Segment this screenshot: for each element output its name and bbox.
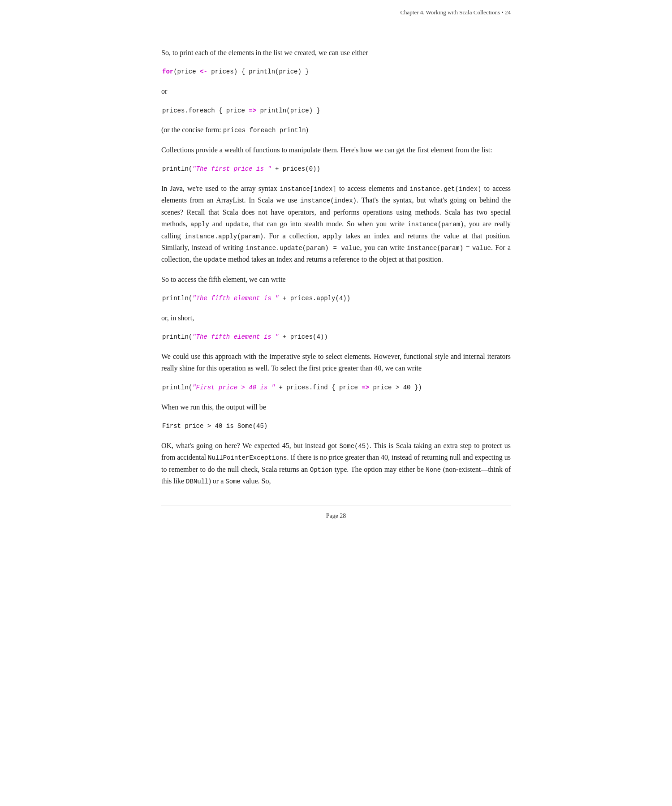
instance-paren: instance(index): [300, 197, 357, 204]
foreach-rest: println(price) }: [256, 107, 320, 114]
println-fifth-apply-string: "The fifth element is ": [192, 295, 279, 302]
println-first-suffix: + prices(0)): [271, 165, 320, 172]
println-find-string: "First price > 40 is ": [192, 384, 275, 391]
for-keyword: for: [162, 68, 173, 75]
output-find-text: First price > 40 is Some(45): [162, 422, 267, 430]
java-rest6-text: , you can write: [360, 244, 407, 251]
chapter-header: Chapter 4. Working with Scala Collection…: [400, 9, 511, 16]
page-container: Chapter 4. Working with Scala Collection…: [161, 0, 511, 547]
collections-paragraph: Collections provide a wealth of function…: [161, 144, 511, 156]
concise-paragraph: (or the concise form: prices foreach pri…: [161, 124, 511, 136]
java-rest9-text: method takes an index and returns a refe…: [226, 255, 443, 263]
or-short-text: or, in short,: [161, 314, 194, 322]
println-find-suffix: price > 40 }): [369, 384, 422, 391]
println-fifth-apply-suffix: + prices.apply(4)): [279, 295, 350, 302]
java-para-text: In Java, we're used to the array syntax: [161, 185, 280, 192]
apply-kw: apply: [190, 221, 209, 228]
ok-paragraph: OK, what's going on here? We expected 45…: [161, 440, 511, 487]
page-number: Page 28: [326, 513, 346, 519]
ok-rest5-text: ) or a: [209, 477, 226, 485]
value-kw: value: [472, 245, 491, 252]
println-fifth-short-suffix: + prices(4)): [279, 333, 327, 341]
concise-code: prices foreach println: [223, 127, 306, 134]
instance-get: instance.get(index): [410, 185, 482, 193]
dbnull-kw: DBNull: [186, 478, 208, 485]
larrow: <-: [200, 68, 207, 75]
when-run-paragraph: When we run this, the output will be: [161, 401, 511, 413]
instance-param2: instance(param): [407, 245, 463, 252]
for-paren: (price: [173, 68, 200, 75]
instance-update: instance.update(param) = value: [246, 245, 360, 252]
collections-text: Collections provide a wealth of function…: [161, 146, 492, 154]
ok-rest6-text: value. So,: [241, 477, 271, 485]
foreach-block: prices.foreach { price => println(price)…: [161, 106, 511, 116]
java-rest7-text: =: [463, 244, 472, 251]
println-fifth-short-string: "The fifth element is ": [192, 333, 279, 341]
instance-index: instance[index]: [280, 185, 336, 193]
content-area: So, to print each of the elements in the…: [161, 47, 511, 487]
concise-form-text: (or the concise form:: [161, 126, 223, 134]
update-kw: update: [226, 221, 248, 228]
for-rest: prices) { println(price) }: [207, 68, 309, 75]
println-fifth-short-block: println("The fifth element is " + prices…: [161, 332, 511, 343]
none-kw: None: [426, 466, 441, 474]
or-paragraph: or: [161, 86, 511, 97]
output-find-block: First price > 40 is Some(45): [161, 421, 511, 432]
update-kw2: update: [204, 256, 226, 263]
find-arrow: =>: [362, 384, 369, 391]
intro-paragraph: So, to print each of the elements in the…: [161, 47, 511, 59]
instance-param: instance(param): [408, 221, 464, 228]
java-to-text: to access elements and: [336, 185, 410, 192]
ok-rest3-text: type. The option may either be: [332, 465, 426, 473]
option-kw: Option: [310, 466, 332, 474]
or-text: or: [161, 87, 167, 95]
some-kw: Some: [225, 478, 241, 485]
println-first-block: println("The first price is " + prices(0…: [161, 164, 511, 175]
println-fifth-apply-block: println("The fifth element is " + prices…: [161, 293, 511, 304]
page-footer: Page 28: [161, 505, 511, 520]
some45: Some(45): [339, 443, 369, 450]
println-find-mid: + prices.find { price: [275, 384, 362, 391]
foreach-text: prices.foreach { price: [162, 107, 249, 114]
println-fifth-apply-prefix: println(: [162, 295, 192, 302]
null-ptr: NullPointerExceptions: [208, 454, 287, 461]
println-first-string: "The first price is ": [192, 165, 271, 172]
println-fifth-short-prefix: println(: [162, 333, 192, 341]
concise-end: ): [306, 126, 308, 134]
apply-kw2: apply: [323, 233, 342, 240]
java-rest2-text: , that can go into stealth mode. So when…: [248, 220, 408, 228]
imperative-text: We could use this approach with the impe…: [161, 353, 511, 372]
println-first-prefix: println(: [162, 165, 192, 172]
println-find-prefix: println(: [162, 384, 192, 391]
println-find-block: println("First price > 40 is " + prices.…: [161, 383, 511, 393]
fifth-intro-paragraph: So to access the fifth element, we can w…: [161, 274, 511, 285]
ok-para-text: OK, what's going on here? We expected 45…: [161, 442, 339, 449]
and-text: and: [209, 220, 226, 228]
java-paragraph: In Java, we're used to the array syntax …: [161, 183, 511, 266]
fifth-intro-text: So to access the fifth element, we can w…: [161, 276, 286, 283]
imperative-paragraph: We could use this approach with the impe…: [161, 351, 511, 375]
or-short-paragraph: or, in short,: [161, 312, 511, 324]
intro-text: So, to print each of the elements in the…: [161, 49, 368, 56]
arrow: =>: [249, 107, 256, 114]
for-loop-block: for(price <- prices) { println(price) }: [161, 67, 511, 78]
instance-apply: instance.apply(param): [185, 233, 263, 240]
when-run-text: When we run this, the output will be: [161, 403, 266, 411]
chapter-title: Chapter 4. Working with Scala Collection…: [400, 9, 511, 16]
java-rest4-text: . For a collection,: [263, 232, 323, 240]
